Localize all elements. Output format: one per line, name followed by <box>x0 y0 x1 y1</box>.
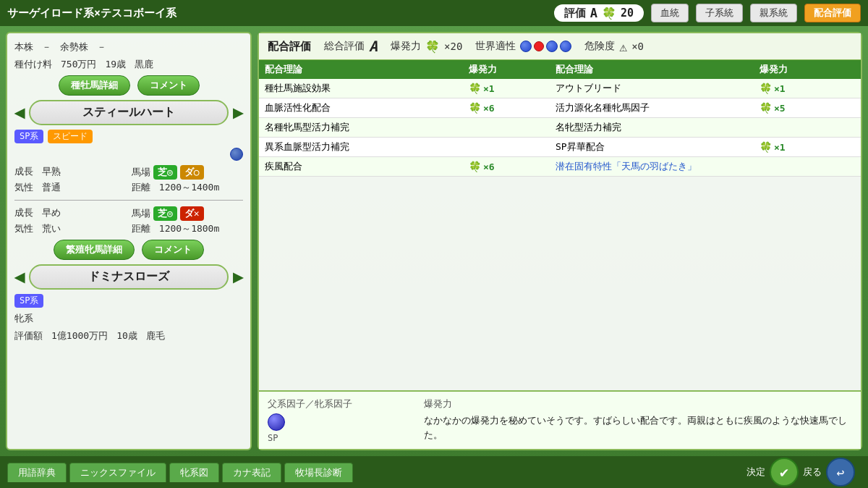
mare-next-btn[interactable]: ▶ <box>233 269 243 285</box>
temper2-row: 気性 荒い <box>14 222 126 235</box>
clover-icon: 🍀 <box>469 83 481 94</box>
theory2-4: 潜在固有特性「天馬の羽ばたき」 <box>556 160 760 173</box>
comment-section: 爆発力 なかなかの爆発力を秘めていそうです。すばらしい配合です。両親はともに疾風… <box>424 397 852 443</box>
sp-ball <box>268 413 285 431</box>
burst1-4: 🍀 ×6 <box>469 161 556 172</box>
track-dirt: ダ○ <box>180 165 204 180</box>
btn-bloodline[interactable]: 血統 <box>651 4 689 22</box>
danger-label: 危険度 <box>584 40 615 53</box>
bottom-section: 父系因子／牝系因子 SP 爆発力 なかなかの爆発力を秘めていそうです。すばらしい… <box>259 390 861 449</box>
dist-label: 距離 <box>132 182 150 193</box>
tab-mare-tree[interactable]: 牝系図 <box>169 463 219 482</box>
world-item: 世界適性 <box>475 40 571 53</box>
dist-row: 距離 1200～1400m <box>132 181 243 194</box>
stallion-name-row: ◀ スティールハート ▶ <box>14 100 243 125</box>
danger-item: 危険度 ⚠️ ×0 <box>584 39 644 54</box>
table-row: 血脈活性化配合 🍀 ×6 活力源化名種牝馬因子 🍀 ×5 <box>259 98 861 118</box>
mare-comment-btn[interactable]: コメント <box>142 240 204 260</box>
btn-parentsystem[interactable]: 親系統 <box>750 4 797 22</box>
clover-icon: 🍀 <box>760 83 772 94</box>
rating-label: 評価 <box>564 7 586 20</box>
top-bar: サーゲイロード系×テスコボーイ系 評価 A 🍀 20 血統 子系統 親系統 配合… <box>0 0 868 26</box>
stallion-next-btn[interactable]: ▶ <box>233 105 243 121</box>
burst2-0: 🍀 ×1 <box>760 83 846 94</box>
world-label: 世界適性 <box>475 40 516 53</box>
burst2-3: 🍀 ×1 <box>760 141 846 153</box>
burst1-val: ×6 <box>483 161 495 172</box>
tab-ranch-diag[interactable]: 牧場長診断 <box>284 463 353 482</box>
danger-icon: ⚠️ <box>619 39 627 54</box>
clover-icon: 🍀 <box>469 102 481 114</box>
btn-subsystem[interactable]: 子系統 <box>696 4 743 22</box>
eval-row: 評価額 1億1000万円 10歳 鹿毛 <box>14 329 243 342</box>
main-stock-label: 本株 <box>14 41 33 54</box>
stallion-btn-row: 種牡馬詳細 コメント <box>14 75 243 96</box>
mare-detail-btn[interactable]: 繁殖牝馬詳細 <box>54 240 135 260</box>
decide-btn[interactable]: ✔ <box>770 458 799 487</box>
fee-label: 種付け料 <box>14 58 52 71</box>
mare-info: 成長 早め 馬場 芝◎ ダ✕ 気性 荒い 距離 1200～1800m <box>14 206 243 235</box>
clover-icon: 🍀 <box>469 161 481 172</box>
eval-color: 鹿毛 <box>146 329 165 342</box>
mare-name-row: ◀ ドミナスローズ ▶ <box>14 264 243 290</box>
burst2-val: ×1 <box>774 142 786 153</box>
total-rating-item: 総合評価 A <box>324 38 378 55</box>
stallion-info: 成長 早熟 馬場 芝◎ ダ○ 気性 普通 距離 1200～1400m <box>14 165 243 194</box>
temper-val: 普通 <box>42 182 61 193</box>
track-label: 馬場 <box>132 166 150 179</box>
theory2-1: 活力源化名種牝馬因子 <box>556 101 760 114</box>
mare-lineage-label: 牝系 <box>14 312 33 325</box>
burst1-0: 🍀 ×1 <box>469 83 556 94</box>
eval-age: 10歳 <box>116 329 137 342</box>
table-row: 種牡馬施設効果 🍀 ×1 アウトブリード 🍀 ×1 <box>259 79 861 98</box>
stallion-prev-btn[interactable]: ◀ <box>14 105 25 121</box>
burst-section-label: 爆発力 <box>424 397 852 411</box>
burst2-val: ×1 <box>774 83 786 94</box>
tab-nicks[interactable]: ニックスファイル <box>69 463 166 482</box>
table-row: 異系血脈型活力補完 SP昇華配合 🍀 ×1 <box>259 138 861 157</box>
col-theory2: 配合理論 <box>556 63 760 76</box>
table-body: 種牡馬施設効果 🍀 ×1 アウトブリード 🍀 ×1 血脈活性化配合 🍀 ×6 <box>259 79 861 390</box>
burst1-val: ×1 <box>483 83 495 94</box>
temper-row: 気性 普通 <box>14 181 126 194</box>
age-val: 19歳 <box>105 58 126 71</box>
tab-kana[interactable]: カナ表記 <box>222 463 281 482</box>
theory1-3: 異系血脈型活力補完 <box>265 140 469 153</box>
growth2-val: 早め <box>42 207 61 218</box>
world-globe-2 <box>546 41 558 52</box>
panel-title: 配合評価 <box>268 40 311 54</box>
eval-val: 1億1000万円 <box>51 329 108 342</box>
factor-label: 父系因子／牝系因子 <box>268 397 412 411</box>
theory2-2: 名牝型活力補完 <box>556 121 760 134</box>
track2-row: 馬場 芝◎ ダ✕ <box>132 206 243 221</box>
col-burst1: 爆発力 <box>469 63 556 76</box>
stallion-detail-btn[interactable]: 種牡馬詳細 <box>59 75 130 96</box>
theory1-1: 血脈活性化配合 <box>265 101 469 114</box>
clover-count: 20 <box>621 7 634 20</box>
temper2-val: 荒い <box>42 223 61 234</box>
bottom-bar: 用語辞典 ニックスファイル 牝系図 カナ表記 牧場長診断 決定 ✔ 戻る ↩ <box>0 456 868 488</box>
fee-val: 750万円 <box>61 58 96 71</box>
burst1-val: ×6 <box>483 103 495 114</box>
factor-section: 父系因子／牝系因子 SP <box>268 397 412 443</box>
mare-prev-btn[interactable]: ◀ <box>14 269 25 285</box>
mare-tags: SP系 <box>14 294 243 308</box>
track2-turf: 芝◎ <box>153 206 177 221</box>
clover-icon: 🍀 <box>760 102 772 114</box>
back-btn[interactable]: ↩ <box>826 458 855 487</box>
stallion-comment-btn[interactable]: コメント <box>137 75 200 96</box>
theory2-0: アウトブリード <box>556 82 760 95</box>
left-panel: 本株 － 余勢株 － 種付け料 750万円 19歳 黒鹿 種牡馬詳細 コメント … <box>6 32 252 450</box>
btn-combo-eval[interactable]: 配合評価 <box>804 4 861 22</box>
right-panel: 配合評価 総合評価 A 爆発力 🍀 ×20 世界適性 危険度 ⚠️ ×0 <box>258 32 862 450</box>
burst-label: 爆発力 <box>391 40 421 53</box>
temper2-label: 気性 <box>14 223 33 234</box>
stallion-tags: SP系 スピード <box>14 130 243 143</box>
theory1-0: 種牡馬施設効果 <box>265 82 469 95</box>
mare-btn-row: 繁殖牝馬詳細 コメント <box>14 240 243 260</box>
rating-grade: A <box>590 6 597 20</box>
tab-dictionary[interactable]: 用語辞典 <box>7 463 67 482</box>
table-header: 配合理論 爆発力 配合理論 爆発力 <box>259 60 861 79</box>
danger-count: ×0 <box>631 41 644 52</box>
burst-clover-icon: 🍀 <box>425 40 440 54</box>
